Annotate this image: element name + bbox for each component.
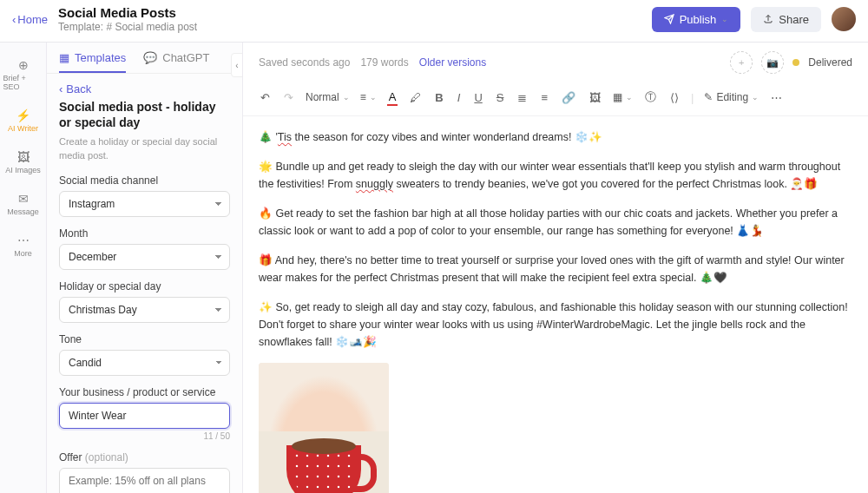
publish-button[interactable]: Publish ⌄	[652, 7, 741, 32]
page-title: Social Media Posts	[58, 5, 641, 20]
dots-icon: ⋯	[16, 233, 30, 247]
rail-ai-writer[interactable]: ⚡ AI Writer	[3, 102, 43, 140]
business-input[interactable]	[59, 403, 230, 429]
paragraph[interactable]: 🎄 'Tis the season for cozy vibes and win…	[259, 128, 852, 146]
business-label: Your business / product or service	[59, 386, 230, 398]
grid-icon: ▦	[59, 51, 69, 64]
tab-label: ChatGPT	[162, 51, 209, 64]
month-label: Month	[59, 227, 230, 240]
paragraph[interactable]: ✨ So, get ready to sleigh all day and st…	[259, 299, 852, 351]
clear-format-button[interactable]: Ⓣ	[643, 88, 658, 107]
nav-rail: ⊕ Brief + SEO ⚡ AI Writer 🖼 AI Images ✉ …	[0, 43, 47, 493]
tone-label: Tone	[59, 333, 230, 345]
bold-button[interactable]: B	[433, 89, 444, 106]
channel-label: Social media channel	[59, 174, 230, 187]
rail-label: AI Writer	[8, 124, 38, 133]
table-select[interactable]: ▦ ⌄	[613, 91, 633, 103]
chevron-down-icon: ⌄	[721, 15, 728, 23]
sidebar: ‹ ▦ Templates 💬 ChatGPT ‹ Back Social me…	[47, 43, 243, 493]
share-label: Share	[779, 13, 809, 26]
form-desc: Create a holiday or special day social m…	[59, 135, 230, 162]
code-button[interactable]: ⟨⟩	[668, 89, 681, 106]
more-toolbar-button[interactable]: ⋯	[769, 89, 784, 106]
tab-templates[interactable]: ▦ Templates	[59, 51, 126, 73]
text-color-button[interactable]: A	[387, 89, 398, 106]
message-icon: ✉	[16, 192, 30, 206]
hash-icon: #	[106, 21, 112, 33]
bolt-icon: ⚡	[16, 108, 30, 122]
editor-content[interactable]: 🎄 'Tis the season for cozy vibes and win…	[243, 116, 868, 493]
chevron-left-icon: ‹	[12, 13, 16, 26]
saved-status: Saved seconds ago	[259, 56, 350, 69]
channel-select[interactable]: Instagram	[59, 191, 230, 217]
bullet-list-button[interactable]: ≣	[516, 89, 529, 106]
rail-more[interactable]: ⋯ More	[3, 227, 43, 265]
word-count: 179 words	[360, 56, 408, 69]
month-select[interactable]: December	[59, 244, 230, 270]
image-button[interactable]: 🖼	[588, 89, 602, 106]
back-label: Back	[66, 82, 91, 95]
rail-ai-images[interactable]: 🖼 AI Images	[3, 143, 43, 181]
style-select[interactable]: Normal ⌄	[306, 91, 350, 103]
add-collaborator-icon[interactable]: +	[730, 51, 753, 74]
home-link[interactable]: ‹ Home	[12, 13, 48, 26]
editor: Saved seconds ago 179 words Older versio…	[243, 43, 868, 493]
underline-button[interactable]: U	[472, 89, 483, 106]
rail-label: Brief + SEO	[3, 74, 43, 91]
rail-label: More	[14, 249, 32, 258]
publish-label: Publish	[680, 13, 717, 26]
undo-button[interactable]: ↶	[259, 89, 272, 106]
rail-brief-seo[interactable]: ⊕ Brief + SEO	[3, 51, 43, 98]
image-icon: 🖼	[16, 150, 30, 164]
topbar: ‹ Home Social Media Posts Template: # So…	[0, 0, 868, 43]
camera-icon[interactable]: 📷	[761, 51, 784, 74]
link-button[interactable]: 🔗	[560, 89, 577, 106]
editing-mode-select[interactable]: ✎ Editing ⌄	[704, 91, 759, 103]
toolbar: ↶ ↷ Normal ⌄ ≡ ⌄ A 🖊 B I U S ≣ ≡ 🔗 🖼 ▦ ⌄…	[243, 82, 868, 116]
share-button[interactable]: Share	[751, 7, 821, 32]
send-icon	[664, 14, 674, 24]
numbered-list-button[interactable]: ≡	[539, 89, 549, 106]
tab-label: Templates	[75, 51, 126, 64]
offer-textarea[interactable]	[59, 468, 230, 493]
highlight-button[interactable]: 🖊	[408, 89, 423, 106]
chevron-left-icon: ‹	[59, 82, 62, 95]
rail-label: AI Images	[5, 166, 41, 174]
strike-button[interactable]: S	[495, 89, 506, 106]
align-select[interactable]: ≡ ⌄	[360, 91, 377, 103]
home-label: Home	[17, 13, 48, 26]
paragraph[interactable]: 🔥 Get ready to set the fashion bar high …	[259, 205, 852, 240]
italic-button[interactable]: I	[456, 89, 463, 106]
rail-message[interactable]: ✉ Message	[3, 185, 43, 223]
older-versions-link[interactable]: Older versions	[419, 56, 486, 69]
collapse-toggle[interactable]: ‹	[231, 53, 243, 77]
holiday-select[interactable]: Christmas Day	[59, 297, 230, 323]
content-image[interactable]	[259, 363, 389, 493]
avatar[interactable]	[832, 7, 856, 31]
offer-label: Offer (optional)	[59, 451, 230, 463]
paragraph[interactable]: 🌟 Bundle up and get ready to sleigh the …	[259, 158, 852, 193]
holiday-label: Holiday or special day	[59, 280, 230, 293]
chat-icon: 💬	[143, 51, 157, 64]
delivery-status: Delivered	[808, 56, 852, 69]
paragraph[interactable]: 🎁 And hey, there's no better time to tre…	[259, 252, 852, 286]
tab-chatgpt[interactable]: 💬 ChatGPT	[143, 51, 209, 73]
upload-icon	[763, 14, 773, 24]
back-link[interactable]: ‹ Back	[47, 74, 242, 97]
tone-select[interactable]: Candid	[59, 350, 230, 376]
redo-button[interactable]: ↷	[282, 89, 295, 106]
page-subtitle: Template: # Social media post	[58, 21, 641, 33]
status-dot-icon	[792, 59, 799, 66]
rail-label: Message	[7, 207, 39, 216]
business-counter: 11 / 50	[59, 431, 230, 441]
target-icon: ⊕	[16, 58, 30, 72]
form-title: Social media post - holiday or special d…	[59, 99, 230, 130]
